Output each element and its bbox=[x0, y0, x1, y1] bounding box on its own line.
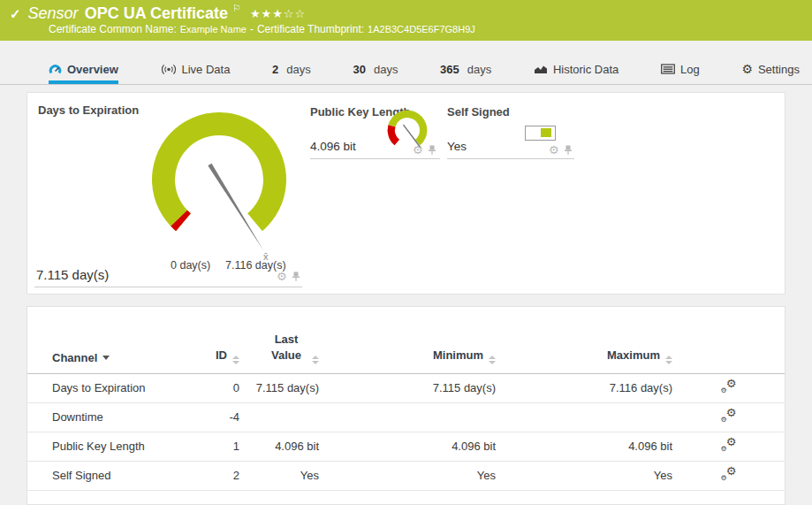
tab-day-count: 365 bbox=[440, 63, 459, 76]
widget-actions: ⚙ bbox=[549, 145, 573, 155]
table-header-row: Channel ID Last Value Minimum Maximum bbox=[27, 307, 785, 373]
tab-label: Historic Data bbox=[553, 63, 618, 76]
channel-id-cell: -4 bbox=[204, 402, 239, 432]
channel-last-value-cell: 4.096 bit bbox=[239, 432, 319, 461]
rating-star[interactable]: ★ bbox=[262, 7, 273, 20]
rating-star[interactable]: ☆ bbox=[284, 7, 295, 20]
channel-maximum-cell: Yes bbox=[496, 461, 672, 490]
tab-day-count: 30 bbox=[353, 63, 365, 76]
table-row: Self Signed 2 Yes Yes Yes ⚙⚙ bbox=[27, 461, 785, 490]
widget-gear-icon[interactable]: ⚙ bbox=[277, 272, 287, 281]
channel-maximum-cell: 7.116 day(s) bbox=[496, 373, 672, 402]
channel-maximum-cell: 4.096 bit bbox=[496, 432, 672, 461]
rating-star[interactable]: ★ bbox=[272, 7, 284, 20]
broadcast-icon bbox=[161, 64, 177, 75]
tab-label: Live Data bbox=[182, 63, 231, 76]
table-row: Downtime -4 ⚙⚙ bbox=[27, 402, 785, 432]
column-header-id[interactable]: ID bbox=[204, 307, 239, 373]
tab-historic-data[interactable]: Historic Data bbox=[534, 55, 618, 84]
sort-icon bbox=[312, 356, 319, 364]
gauge-icon bbox=[49, 64, 62, 74]
channel-last-value-cell: Yes bbox=[239, 461, 319, 490]
tab-log[interactable]: Log bbox=[661, 55, 700, 84]
table-row: Days to Expiration 0 7.115 day(s) 7.115 … bbox=[27, 373, 785, 402]
tab-label: days bbox=[374, 63, 398, 76]
column-header-maximum[interactable]: Maximum bbox=[496, 307, 672, 373]
pin-icon[interactable] bbox=[428, 145, 436, 155]
thumbprint-value: 1A2B3C4D5E6F7G8H9J bbox=[368, 24, 475, 34]
self-signed-indicator-knob bbox=[541, 128, 551, 137]
pin-icon[interactable] bbox=[292, 272, 300, 281]
channel-name-cell: Self Signed bbox=[27, 461, 204, 490]
channel-name-cell: Days to Expiration bbox=[27, 373, 204, 402]
channels-table: Channel ID Last Value Minimum Maximum Da… bbox=[27, 307, 785, 491]
common-name-label: Certificate Common Name: bbox=[49, 23, 177, 35]
status-ok-check-icon: ✓ bbox=[10, 6, 21, 22]
channel-id-cell: 2 bbox=[204, 461, 239, 490]
self-signed-title: Self Signed bbox=[447, 105, 510, 119]
column-label: Last Value bbox=[266, 332, 307, 363]
channel-id-cell: 0 bbox=[204, 373, 239, 402]
column-label: Minimum bbox=[433, 348, 483, 362]
channel-minimum-cell: 7.115 day(s) bbox=[319, 373, 496, 402]
channel-name-cell: Downtime bbox=[27, 402, 204, 432]
channel-minimum-cell: 4.096 bit bbox=[319, 432, 496, 461]
priority-stars[interactable]: ★★★☆☆ bbox=[250, 7, 306, 20]
gauge-min-label: 0 day(s) bbox=[171, 259, 210, 272]
tab-settings[interactable]: ⚙ Settings bbox=[741, 55, 800, 84]
channel-minimum-cell bbox=[319, 402, 496, 432]
column-header-last-value[interactable]: Last Value bbox=[239, 307, 319, 373]
column-label: Maximum bbox=[607, 348, 660, 362]
tab-365-days[interactable]: 365 days bbox=[440, 55, 491, 84]
tab-label: days bbox=[467, 63, 491, 76]
tab-day-count: 2 bbox=[272, 63, 278, 76]
thumbprint-label: Certificate Thumbprint: bbox=[257, 23, 364, 35]
priority-flag-icon[interactable]: ⚐ bbox=[232, 3, 241, 14]
widget-actions: ⚙ bbox=[277, 272, 300, 281]
channel-name-cell: Public Key Length bbox=[27, 432, 204, 461]
self-signed-value: Yes bbox=[447, 140, 467, 153]
widget-gear-icon[interactable]: ⚙ bbox=[549, 146, 559, 155]
sensor-tab-bar: Overview Live Data 2 days 30 days 365 da… bbox=[0, 55, 812, 85]
column-header-channel[interactable]: Channel bbox=[27, 307, 204, 373]
tab-2-days[interactable]: 2 days bbox=[272, 55, 311, 84]
widget-divider bbox=[310, 158, 440, 159]
sort-icon bbox=[665, 356, 672, 364]
widget-gear-icon[interactable]: ⚙ bbox=[413, 146, 423, 155]
widget-divider bbox=[34, 287, 302, 287]
tab-label: Log bbox=[680, 63, 700, 76]
tab-30-days[interactable]: 30 days bbox=[353, 55, 398, 84]
tab-label: days bbox=[286, 63, 310, 76]
tab-label: Settings bbox=[758, 63, 800, 76]
area-chart-icon bbox=[534, 64, 548, 74]
tab-label: Overview bbox=[67, 63, 118, 76]
column-label: Channel bbox=[52, 351, 97, 364]
channel-settings-icon[interactable]: ⚙⚙ bbox=[720, 409, 738, 423]
widget-divider bbox=[447, 158, 574, 159]
tab-overview[interactable]: Overview bbox=[49, 55, 118, 84]
pin-icon[interactable] bbox=[564, 145, 573, 155]
rating-star[interactable]: ★ bbox=[250, 7, 262, 20]
channel-last-value-cell: 7.115 day(s) bbox=[239, 373, 319, 402]
self-signed-indicator bbox=[525, 126, 556, 141]
gauges-panel: Days to Expiration x̄ 0 day(s) 7.116 day… bbox=[27, 92, 785, 295]
tab-live-data[interactable]: Live Data bbox=[161, 55, 231, 84]
rating-star[interactable]: ☆ bbox=[295, 7, 307, 20]
days-to-expiration-value: 7.115 day(s) bbox=[36, 267, 109, 282]
subtitle-dash: - bbox=[250, 23, 254, 35]
gear-icon: ⚙ bbox=[741, 64, 753, 74]
column-header-actions bbox=[672, 307, 785, 373]
table-row: Public Key Length 1 4.096 bit 4.096 bit … bbox=[27, 432, 785, 461]
common-name-value: Example Name bbox=[180, 24, 247, 34]
public-key-length-value: 4.096 bit bbox=[310, 140, 356, 153]
days-to-expiration-gauge: x̄ bbox=[126, 102, 312, 261]
channel-settings-icon[interactable]: ⚙⚙ bbox=[720, 438, 738, 452]
channel-settings-icon[interactable]: ⚙⚙ bbox=[720, 379, 738, 394]
sort-icon bbox=[232, 356, 239, 364]
column-header-minimum[interactable]: Minimum bbox=[319, 307, 496, 373]
channel-maximum-cell bbox=[496, 402, 672, 432]
channels-panel: Channel ID Last Value Minimum Maximum Da… bbox=[27, 306, 785, 505]
sensor-kind-label: Sensor bbox=[28, 4, 79, 23]
channel-settings-icon[interactable]: ⚙⚙ bbox=[720, 467, 738, 481]
channel-id-cell: 1 bbox=[204, 432, 239, 461]
